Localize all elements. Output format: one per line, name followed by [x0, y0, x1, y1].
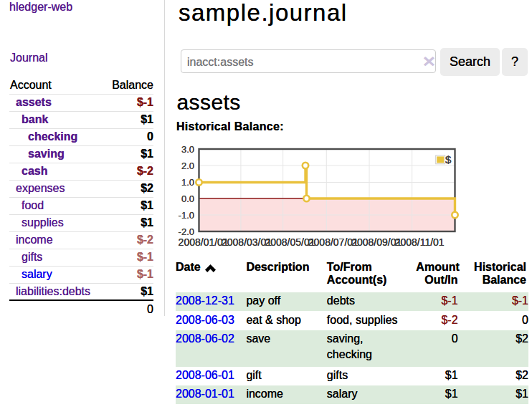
svg-text:3.0: 3.0 [181, 144, 194, 155]
svg-text:-2.0: -2.0 [179, 226, 194, 237]
svg-text:$: $ [445, 153, 452, 166]
svg-text:2008/11/01: 2008/11/01 [395, 236, 445, 248]
svg-text:0.0: 0.0 [181, 193, 194, 204]
svg-text:2.0: 2.0 [181, 160, 194, 171]
svg-text:-1.0: -1.0 [179, 210, 194, 221]
svg-text:1.0: 1.0 [181, 177, 194, 188]
